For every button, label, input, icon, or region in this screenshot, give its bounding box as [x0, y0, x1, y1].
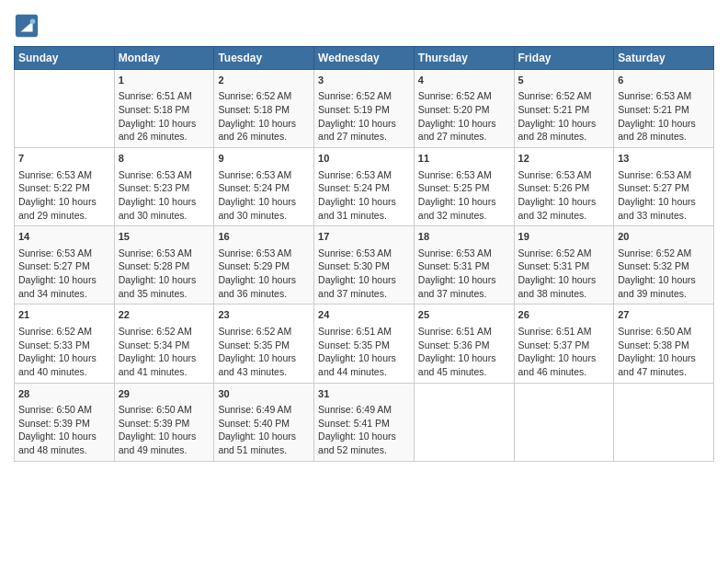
day-info-line: Daylight: 10 hours [518, 351, 610, 365]
day-info-line: and 43 minutes. [218, 365, 310, 379]
day-info-line: Daylight: 10 hours [318, 273, 410, 287]
day-info-line: Sunrise: 6:50 AM [119, 403, 210, 417]
day-number: 19 [518, 230, 610, 244]
day-info-line: Daylight: 10 hours [18, 273, 110, 287]
day-info-line: Sunset: 5:23 PM [119, 181, 210, 195]
day-info-line: Sunset: 5:18 PM [218, 103, 310, 117]
day-info-line: Daylight: 10 hours [318, 430, 410, 443]
day-info-line: Sunrise: 6:51 AM [119, 89, 210, 103]
day-info-line: Daylight: 10 hours [18, 430, 110, 443]
day-info-line: Sunrise: 6:53 AM [318, 247, 410, 260]
day-info-line: Sunset: 5:31 PM [518, 259, 610, 273]
day-info-line: Sunrise: 6:53 AM [418, 247, 510, 260]
day-cell: 3Sunrise: 6:52 AMSunset: 5:19 PMDaylight… [314, 70, 415, 148]
day-number: 1 [119, 74, 210, 87]
day-info-line: Sunset: 5:24 PM [318, 181, 410, 195]
day-info-line: and 29 minutes. [18, 209, 110, 223]
day-info-line: Sunset: 5:28 PM [119, 259, 210, 273]
day-cell: 15Sunrise: 6:53 AMSunset: 5:28 PMDayligh… [114, 226, 214, 304]
day-number: 23 [218, 308, 310, 322]
day-number: 22 [119, 308, 210, 322]
day-info-line: Daylight: 10 hours [119, 430, 210, 443]
day-number: 4 [418, 74, 510, 87]
day-cell: 11Sunrise: 6:53 AMSunset: 5:25 PMDayligh… [414, 148, 514, 226]
day-info-line: Daylight: 10 hours [318, 117, 410, 131]
day-info-line: Daylight: 10 hours [618, 195, 710, 209]
day-info-line: and 31 minutes. [318, 209, 410, 223]
day-number: 3 [318, 74, 410, 87]
day-cell: 22Sunrise: 6:52 AMSunset: 5:34 PMDayligh… [114, 304, 214, 383]
day-cell: 7Sunrise: 6:53 AMSunset: 5:22 PMDaylight… [15, 148, 115, 226]
day-info-line: Sunset: 5:26 PM [518, 181, 610, 195]
day-info-line: and 32 minutes. [518, 209, 610, 223]
day-info-line: Daylight: 10 hours [119, 117, 210, 131]
day-info-line: Sunset: 5:40 PM [218, 417, 310, 431]
day-cell: 28Sunrise: 6:50 AMSunset: 5:39 PMDayligh… [15, 383, 115, 461]
day-info-line: Sunrise: 6:52 AM [218, 325, 310, 339]
day-info-line: and 35 minutes. [119, 287, 210, 301]
day-info-line: Daylight: 10 hours [218, 351, 310, 365]
day-cell: 1Sunrise: 6:51 AMSunset: 5:18 PMDaylight… [114, 70, 214, 148]
calendar-table: SundayMondayTuesdayWednesdayThursdayFrid… [14, 46, 714, 462]
day-info-line: Sunset: 5:34 PM [119, 339, 210, 352]
week-row-2: 7Sunrise: 6:53 AMSunset: 5:22 PMDaylight… [15, 148, 714, 226]
day-cell: 6Sunrise: 6:53 AMSunset: 5:21 PMDaylight… [614, 70, 714, 148]
day-info-line: Sunrise: 6:53 AM [618, 168, 710, 182]
day-info-line: Sunrise: 6:52 AM [618, 247, 710, 260]
day-number: 5 [518, 74, 610, 87]
day-info-line: Sunrise: 6:50 AM [618, 325, 710, 339]
day-info-line: Sunset: 5:27 PM [18, 259, 110, 273]
day-number: 14 [18, 230, 110, 244]
day-number: 27 [618, 308, 710, 322]
day-info-line: Sunset: 5:33 PM [18, 339, 110, 352]
day-cell: 4Sunrise: 6:52 AMSunset: 5:20 PMDaylight… [414, 70, 514, 148]
day-info-line: and 26 minutes. [119, 130, 210, 144]
day-info-line: Sunrise: 6:51 AM [518, 325, 610, 339]
day-info-line: Daylight: 10 hours [119, 351, 210, 365]
svg-point-2 [30, 19, 36, 25]
day-info-line: Daylight: 10 hours [518, 195, 610, 209]
day-number: 11 [418, 152, 510, 166]
day-info-line: Daylight: 10 hours [318, 351, 410, 365]
day-cell: 23Sunrise: 6:52 AMSunset: 5:35 PMDayligh… [214, 304, 314, 383]
days-header-row: SundayMondayTuesdayWednesdayThursdayFrid… [15, 47, 714, 70]
day-number: 7 [18, 152, 110, 166]
day-header-tuesday: Tuesday [214, 47, 314, 70]
day-info-line: Sunset: 5:30 PM [318, 259, 410, 273]
logo [14, 13, 43, 39]
day-info-line: Sunset: 5:36 PM [418, 339, 510, 352]
day-cell: 13Sunrise: 6:53 AMSunset: 5:27 PMDayligh… [614, 148, 714, 226]
day-cell: 27Sunrise: 6:50 AMSunset: 5:38 PMDayligh… [614, 304, 714, 383]
day-info-line: Sunset: 5:24 PM [218, 181, 310, 195]
day-header-monday: Monday [114, 47, 214, 70]
day-info-line: and 32 minutes. [418, 209, 510, 223]
day-info-line: Daylight: 10 hours [418, 195, 510, 209]
day-info-line: and 38 minutes. [518, 287, 610, 301]
day-number: 24 [318, 308, 410, 322]
day-info-line: and 28 minutes. [518, 130, 610, 144]
day-info-line: Sunrise: 6:53 AM [218, 168, 310, 182]
day-info-line: Sunrise: 6:51 AM [418, 325, 510, 339]
day-info-line: Sunset: 5:22 PM [18, 181, 110, 195]
day-number: 2 [218, 74, 310, 87]
day-info-line: Sunrise: 6:52 AM [518, 89, 610, 103]
day-cell: 21Sunrise: 6:52 AMSunset: 5:33 PMDayligh… [15, 304, 115, 383]
day-number: 16 [218, 230, 310, 244]
day-cell: 30Sunrise: 6:49 AMSunset: 5:40 PMDayligh… [214, 383, 314, 461]
day-info-line: and 49 minutes. [119, 443, 210, 457]
day-info-line: and 34 minutes. [18, 287, 110, 301]
day-cell: 24Sunrise: 6:51 AMSunset: 5:35 PMDayligh… [314, 304, 415, 383]
day-header-friday: Friday [514, 47, 614, 70]
day-info-line: and 30 minutes. [218, 209, 310, 223]
day-info-line: and 45 minutes. [418, 365, 510, 379]
day-info-line: Sunrise: 6:52 AM [18, 325, 110, 339]
day-info-line: Sunrise: 6:52 AM [518, 247, 610, 260]
day-number: 29 [119, 387, 210, 401]
page-header [14, 9, 714, 39]
day-info-line: Sunrise: 6:53 AM [418, 168, 510, 182]
day-info-line: Sunrise: 6:52 AM [218, 89, 310, 103]
day-info-line: Daylight: 10 hours [518, 273, 610, 287]
day-info-line: and 47 minutes. [618, 365, 710, 379]
day-info-line: Sunrise: 6:53 AM [318, 168, 410, 182]
day-info-line: Sunset: 5:35 PM [218, 339, 310, 352]
